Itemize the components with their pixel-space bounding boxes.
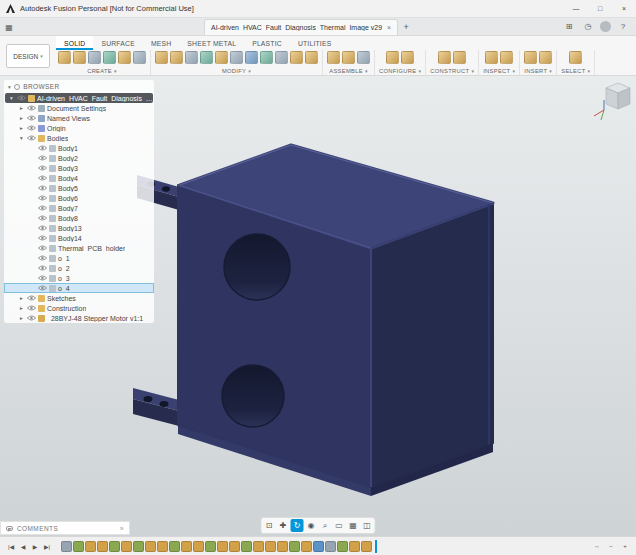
job-status-icon[interactable]: ◷: [581, 20, 595, 34]
maximize-button[interactable]: □: [588, 0, 612, 17]
timeline-feature-icon[interactable]: [145, 541, 156, 552]
tab-close-icon[interactable]: ×: [387, 24, 391, 31]
timeline-feature-icon[interactable]: [157, 541, 168, 552]
visibility-eye-icon[interactable]: [27, 105, 36, 111]
timeline-zoom-in-button[interactable]: +: [619, 540, 631, 553]
help-icon[interactable]: ?: [616, 20, 630, 34]
visibility-eye-icon[interactable]: [27, 125, 36, 131]
expand-arrow-icon[interactable]: [8, 95, 15, 101]
expand-arrow-icon[interactable]: [18, 315, 25, 321]
toolbar-group-inspect-label[interactable]: INSPECT▾: [483, 68, 515, 74]
box-right-face[interactable]: [371, 203, 493, 487]
grid-display-icon[interactable]: ▦: [347, 519, 360, 532]
look-at-icon[interactable]: ◉: [305, 519, 318, 532]
timeline-feature-icon[interactable]: [109, 541, 120, 552]
sweep-icon[interactable]: [103, 51, 116, 64]
press-pull-icon[interactable]: [155, 51, 168, 64]
visibility-eye-icon[interactable]: [38, 275, 47, 281]
ribbon-tab-mesh[interactable]: MESH: [143, 36, 179, 50]
circular-hole-top[interactable]: [224, 234, 290, 300]
toolbar-group-configure-label[interactable]: CONFIGURE▾: [379, 68, 421, 74]
fit-view-icon[interactable]: ⊡: [263, 519, 276, 532]
align-icon[interactable]: [260, 51, 273, 64]
data-panel-toggle-icon[interactable]: ▦: [0, 19, 18, 35]
timeline-feature-icon[interactable]: [193, 541, 204, 552]
select-icon[interactable]: [569, 51, 582, 64]
comments-bar[interactable]: COMMENTS »: [0, 521, 130, 535]
browser-item-stepper-motor[interactable]: _28BYJ-48 Stepper Motor v1:1: [4, 313, 154, 323]
collapse-chevron-icon[interactable]: [8, 83, 11, 90]
viewport-layout-icon[interactable]: ◫: [361, 519, 374, 532]
toolbar-group-assemble-label[interactable]: ASSEMBLE▾: [329, 68, 367, 74]
browser-item-body3[interactable]: Body3: [4, 163, 154, 173]
ribbon-tab-plastic[interactable]: PLASTIC: [244, 36, 290, 50]
orbit-icon[interactable]: ↻: [291, 519, 304, 532]
new-tab-button[interactable]: +: [398, 19, 414, 35]
expand-chevron-icon[interactable]: »: [120, 525, 124, 532]
timeline-feature-icon[interactable]: [253, 541, 264, 552]
timeline-step-back-button[interactable]: ◀: [17, 540, 29, 553]
workspace-selector[interactable]: DESIGN ▾: [6, 44, 50, 68]
visibility-eye-icon[interactable]: [27, 315, 36, 321]
circular-hole-bottom[interactable]: [222, 365, 284, 427]
toolbar-group-create-label[interactable]: CREATE▾: [87, 68, 117, 74]
ribbon-tab-utilities[interactable]: UTILITIES: [290, 36, 340, 50]
timeline-feature-icon[interactable]: [133, 541, 144, 552]
timeline-feature-icon[interactable]: [301, 541, 312, 552]
browser-item-o-3[interactable]: o_3: [4, 273, 154, 283]
timeline-feature-icon[interactable]: [349, 541, 360, 552]
expand-arrow-icon[interactable]: [18, 125, 25, 131]
construction-axis-icon[interactable]: [453, 51, 466, 64]
browser-item-body4[interactable]: Body4: [4, 173, 154, 183]
browser-options-icon[interactable]: [14, 84, 20, 90]
appearance-icon[interactable]: [290, 51, 303, 64]
timeline-play-button[interactable]: ▶: [29, 540, 41, 553]
visibility-eye-icon[interactable]: [27, 115, 36, 121]
browser-item-origin[interactable]: Origin: [4, 123, 154, 133]
combine-icon[interactable]: [215, 51, 228, 64]
toolbar-group-insert-label[interactable]: INSERT▾: [524, 68, 552, 74]
visibility-eye-icon[interactable]: [27, 295, 36, 301]
timeline-feature-icon[interactable]: [97, 541, 108, 552]
visibility-eye-icon[interactable]: [17, 95, 26, 101]
new-sketch-icon[interactable]: [58, 51, 71, 64]
browser-item-o-1[interactable]: o_1: [4, 253, 154, 263]
browser-item-body7[interactable]: Body7: [4, 203, 154, 213]
chamfer-icon[interactable]: [185, 51, 198, 64]
visibility-eye-icon[interactable]: [38, 215, 47, 221]
expand-arrow-icon[interactable]: [18, 105, 25, 111]
browser-item-root[interactable]: AI-driven_HVAC_Fault_Diagnosis_Thermal_I…: [5, 93, 153, 103]
expand-arrow-icon[interactable]: [18, 305, 25, 311]
section-analysis-icon[interactable]: [500, 51, 513, 64]
visibility-eye-icon[interactable]: [38, 225, 47, 231]
offset-face-icon[interactable]: [230, 51, 243, 64]
visibility-eye-icon[interactable]: [38, 245, 47, 251]
timeline-feature-icon[interactable]: [169, 541, 180, 552]
timeline-zoom-out-button[interactable]: −: [605, 540, 617, 553]
timeline-feature-icon[interactable]: [85, 541, 96, 552]
visibility-eye-icon[interactable]: [38, 155, 47, 161]
visibility-eye-icon[interactable]: [27, 305, 36, 311]
timeline-feature-icon[interactable]: [277, 541, 288, 552]
browser-item-bodies[interactable]: Bodies: [4, 133, 154, 143]
timeline-go-to-start-button[interactable]: |◀: [5, 540, 17, 553]
configurations-icon[interactable]: [386, 51, 399, 64]
new-component-icon[interactable]: [327, 51, 340, 64]
close-button[interactable]: ×: [612, 0, 636, 17]
visibility-eye-icon[interactable]: [38, 145, 47, 151]
revolve-icon[interactable]: [88, 51, 101, 64]
minimize-button[interactable]: —: [564, 0, 588, 17]
visibility-eye-icon[interactable]: [38, 255, 47, 261]
zoom-icon[interactable]: ⌕: [319, 519, 332, 532]
timeline-feature-icon[interactable]: [241, 541, 252, 552]
timeline-fit-button[interactable]: ↔: [591, 540, 603, 553]
ribbon-tab-sheet-metal[interactable]: SHEET METAL: [179, 36, 244, 50]
timeline-feature-icon[interactable]: [313, 541, 324, 552]
ribbon-tab-surface[interactable]: SURFACE: [93, 36, 143, 50]
expand-arrow-icon[interactable]: [18, 295, 25, 301]
toolbar-group-select-label[interactable]: SELECT▾: [561, 68, 590, 74]
browser-item-thermal-pcb-holder[interactable]: Thermal_PCB_holder: [4, 243, 154, 253]
browser-item-body2[interactable]: Body2: [4, 153, 154, 163]
visibility-eye-icon[interactable]: [38, 235, 47, 241]
primitive-box-icon[interactable]: [133, 51, 146, 64]
